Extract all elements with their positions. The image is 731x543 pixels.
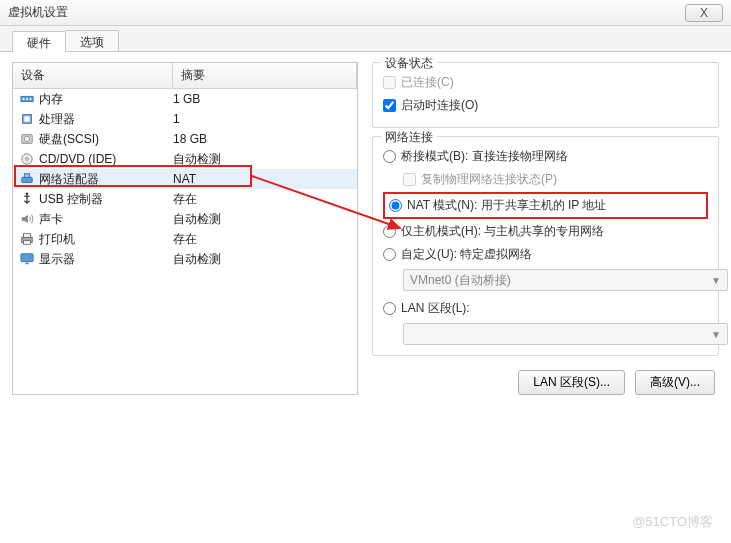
connected-option: 已连接(C) [383, 71, 708, 94]
svg-rect-14 [24, 234, 31, 238]
replicate-option: 复制物理网络连接状态(P) [403, 168, 708, 191]
device-summary: 1 GB [173, 92, 200, 106]
chevron-down-icon: ▼ [711, 329, 721, 340]
connect-on-start-label: 启动时连接(O) [401, 97, 478, 114]
right-panel: 设备状态 已连接(C) 启动时连接(O) 网络连接 桥接模式(B): 直接连接物… [372, 62, 719, 395]
replicate-label: 复制物理网络连接状态(P) [421, 171, 557, 188]
watermark: @51CTO博客 [632, 513, 713, 531]
usb-icon [19, 192, 35, 206]
svg-rect-3 [30, 98, 32, 100]
sound-icon [19, 212, 35, 226]
device-summary: 存在 [173, 191, 197, 208]
hostonly-option[interactable]: 仅主机模式(H): 与主机共享的专用网络 [383, 220, 708, 243]
svg-rect-5 [24, 116, 29, 121]
tab-options-label: 选项 [80, 35, 104, 49]
close-button[interactable]: X [685, 4, 723, 22]
tab-hardware[interactable]: 硬件 [12, 31, 66, 52]
row-highlight-box [14, 165, 252, 187]
disk-icon [19, 132, 35, 146]
hostonly-label: 仅主机模式(H): 与主机共享的专用网络 [401, 223, 604, 240]
nat-label: NAT 模式(N): 用于共享主机的 IP 地址 [407, 197, 606, 214]
device-name: 内存 [39, 91, 173, 108]
bridged-label: 桥接模式(B): 直接连接物理网络 [401, 148, 568, 165]
network-connection-group: 网络连接 桥接模式(B): 直接连接物理网络 复制物理网络连接状态(P) NAT… [372, 136, 719, 356]
button-row: LAN 区段(S)... 高级(V)... [372, 364, 719, 395]
connect-on-start-option[interactable]: 启动时连接(O) [383, 94, 708, 117]
device-row[interactable]: 硬盘(SCSI)18 GB [13, 129, 357, 149]
device-name: USB 控制器 [39, 191, 173, 208]
device-status-title: 设备状态 [381, 55, 437, 72]
device-summary: 18 GB [173, 132, 207, 146]
display-icon [19, 252, 35, 266]
content-area: 设备 摘要 内存1 GB处理器1硬盘(SCSI)18 GBCD/DVD (IDE… [0, 52, 731, 405]
lan-segment-option[interactable]: LAN 区段(L): [383, 297, 708, 320]
advanced-button[interactable]: 高级(V)... [635, 370, 715, 395]
nat-highlight: NAT 模式(N): 用于共享主机的 IP 地址 [383, 192, 708, 219]
svg-point-7 [24, 136, 29, 141]
titlebar: 虚拟机设置 X [0, 0, 731, 26]
custom-label: 自定义(U): 特定虚拟网络 [401, 246, 532, 263]
window-title: 虚拟机设置 [8, 4, 68, 21]
chevron-down-icon: ▼ [711, 275, 721, 286]
cpu-icon [19, 112, 35, 126]
device-name: 打印机 [39, 231, 173, 248]
hostonly-radio[interactable] [383, 225, 396, 238]
bridged-option[interactable]: 桥接模式(B): 直接连接物理网络 [383, 145, 708, 168]
device-name: CD/DVD (IDE) [39, 152, 173, 166]
lan-segments-label: LAN 区段(S)... [533, 375, 610, 389]
device-summary: 1 [173, 112, 180, 126]
tabs-bar: 硬件 选项 [0, 26, 731, 52]
nat-option[interactable]: NAT 模式(N): 用于共享主机的 IP 地址 [389, 196, 702, 215]
printer-icon [19, 232, 35, 246]
device-name: 显示器 [39, 251, 173, 268]
bridged-radio[interactable] [383, 150, 396, 163]
device-row[interactable]: 显示器自动检测 [13, 249, 357, 269]
svg-rect-16 [21, 254, 33, 262]
connected-label: 已连接(C) [401, 74, 454, 91]
device-name: 处理器 [39, 111, 173, 128]
device-row[interactable]: 处理器1 [13, 109, 357, 129]
replicate-checkbox [403, 173, 416, 186]
custom-network-value: VMnet0 (自动桥接) [410, 272, 511, 289]
col-summary-header[interactable]: 摘要 [173, 63, 357, 88]
device-row[interactable]: USB 控制器存在 [13, 189, 357, 209]
lan-segments-button[interactable]: LAN 区段(S)... [518, 370, 625, 395]
device-list-panel: 设备 摘要 内存1 GB处理器1硬盘(SCSI)18 GBCD/DVD (IDE… [12, 62, 358, 395]
device-row[interactable]: 打印机存在 [13, 229, 357, 249]
custom-option[interactable]: 自定义(U): 特定虚拟网络 [383, 243, 708, 266]
device-row[interactable]: 声卡自动检测 [13, 209, 357, 229]
device-name: 声卡 [39, 211, 173, 228]
device-name: 硬盘(SCSI) [39, 131, 173, 148]
col-device-header[interactable]: 设备 [13, 63, 173, 88]
custom-radio[interactable] [383, 248, 396, 261]
svg-rect-17 [25, 263, 29, 265]
device-summary: 存在 [173, 231, 197, 248]
svg-point-12 [26, 192, 29, 195]
lan-segment-dropdown: ▼ [403, 323, 728, 345]
lan-label: LAN 区段(L): [401, 300, 470, 317]
tab-hardware-label: 硬件 [27, 36, 51, 50]
connect-on-start-checkbox[interactable] [383, 99, 396, 112]
device-summary: 自动检测 [173, 251, 221, 268]
tab-options[interactable]: 选项 [65, 30, 119, 51]
svg-rect-15 [24, 241, 31, 245]
lan-radio[interactable] [383, 302, 396, 315]
device-row[interactable]: 内存1 GB [13, 89, 357, 109]
cd-icon [19, 152, 35, 166]
network-title: 网络连接 [381, 129, 437, 146]
connected-checkbox [383, 76, 396, 89]
list-header: 设备 摘要 [13, 63, 357, 89]
svg-point-9 [26, 158, 29, 161]
nat-radio[interactable] [389, 199, 402, 212]
device-summary: 自动检测 [173, 211, 221, 228]
memory-icon [19, 92, 35, 106]
custom-network-dropdown: VMnet0 (自动桥接) ▼ [403, 269, 728, 291]
advanced-label: 高级(V)... [650, 375, 700, 389]
svg-rect-1 [23, 98, 25, 100]
close-icon: X [700, 6, 708, 20]
device-status-group: 设备状态 已连接(C) 启动时连接(O) [372, 62, 719, 128]
svg-rect-2 [26, 98, 28, 100]
